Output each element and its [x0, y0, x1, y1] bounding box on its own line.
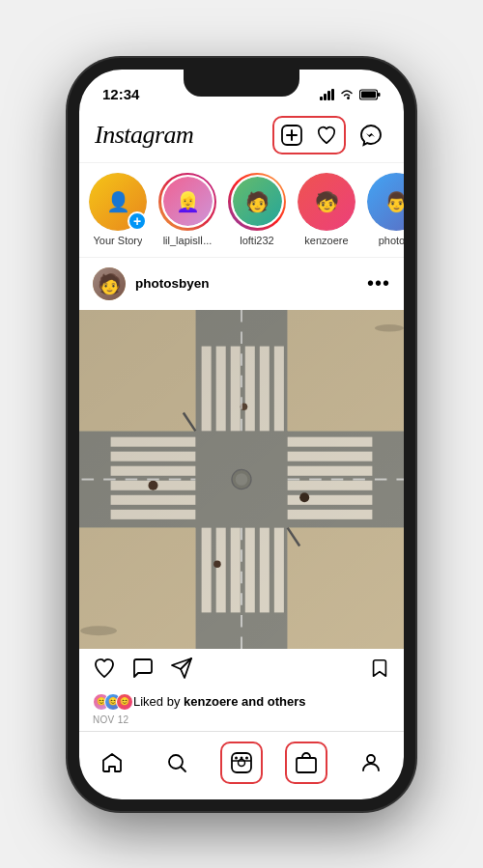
bottom-nav	[79, 731, 404, 799]
liked-by-name[interactable]: kenzoere and others	[184, 694, 305, 709]
svg-point-59	[240, 756, 242, 759]
story-label-your-story: Your Story	[94, 235, 143, 246]
story-avatar-wrap-4: 👨	[367, 173, 404, 231]
likes-button[interactable]	[309, 118, 344, 153]
story-avatar-wrap-3: 🧒	[298, 173, 355, 231]
messenger-button[interactable]	[354, 118, 388, 153]
post-more-button[interactable]: •••	[367, 272, 390, 294]
svg-point-63	[367, 755, 375, 763]
svg-rect-2	[361, 91, 376, 98]
post-image	[79, 310, 404, 649]
likes-avatars: 😊 😊 😊	[93, 693, 128, 711]
svg-marker-53	[79, 310, 404, 649]
instagram-logo: Instagram	[95, 121, 193, 150]
post: 🧑 photosbyen •••	[79, 258, 404, 731]
your-story-avatar-wrap: 👤 +	[89, 173, 147, 231]
nav-profile-button[interactable]	[350, 742, 392, 784]
post-actions	[79, 649, 404, 693]
post-date: NOV 12	[79, 713, 404, 731]
post-user: 🧑 photosbyen	[93, 267, 210, 300]
svg-rect-62	[297, 758, 316, 772]
story-item-lofti232[interactable]: 🧑 lofti232	[228, 173, 286, 247]
story-avatar-inner-2: 🧑	[231, 175, 284, 228]
post-avatar: 🧑	[93, 267, 126, 300]
nav-home-button[interactable]	[91, 742, 133, 784]
app-header: Instagram	[79, 112, 404, 163]
svg-rect-1	[378, 93, 381, 97]
story-avatar-inner-1: 👱‍♀️	[161, 175, 214, 228]
likes-text: Liked by kenzoere and others	[133, 694, 305, 709]
post-actions-left	[93, 657, 193, 686]
battery-icon	[359, 89, 381, 100]
header-icons	[272, 116, 388, 154]
svg-point-60	[245, 756, 248, 759]
story-item-photo[interactable]: 👨 photo...	[367, 173, 404, 247]
story-avatar-wrap-1: 👱‍♀️	[158, 173, 216, 231]
like-button[interactable]	[93, 657, 116, 686]
liked-avatar-3: 😊	[116, 693, 133, 711]
signal-bars	[320, 89, 334, 100]
phone-notch	[184, 70, 299, 97]
post-header: 🧑 photosbyen •••	[79, 258, 404, 310]
stories-row: 👤 + Your Story 👱‍♀️	[79, 163, 404, 258]
story-label-2: lofti232	[240, 235, 273, 246]
svg-line-55	[181, 767, 185, 771]
add-story-button[interactable]: +	[128, 211, 147, 231]
story-item-kenzoere[interactable]: 🧒 kenzoere	[298, 173, 355, 247]
wifi-icon	[339, 89, 355, 100]
share-button[interactable]	[170, 657, 193, 686]
status-time: 12:34	[102, 86, 139, 102]
story-item-lil-lapislazuli[interactable]: 👱‍♀️ lil_lapislا...	[158, 173, 216, 247]
nav-search-button[interactable]	[156, 742, 198, 784]
comment-button[interactable]	[131, 657, 155, 686]
phone-wrapper: 12:34	[0, 0, 483, 868]
add-post-button[interactable]	[274, 118, 309, 153]
bookmark-button[interactable]	[369, 658, 390, 685]
story-label-4: photo...	[379, 235, 404, 246]
story-avatar-4: 👨	[367, 173, 404, 231]
svg-point-58	[235, 756, 238, 759]
story-item-your-story[interactable]: 👤 + Your Story	[89, 173, 147, 247]
nav-reels-button[interactable]	[220, 742, 263, 784]
story-avatar-1: 👱‍♀️	[158, 173, 216, 231]
post-likes: 😊 😊 😊 Liked by kenzoere and others	[79, 693, 404, 713]
story-label-1: lil_lapislا...	[163, 235, 213, 247]
story-label-3: kenzoere	[304, 235, 348, 246]
phone-screen: 12:34	[79, 70, 404, 799]
status-icons	[320, 89, 381, 100]
svg-rect-56	[232, 753, 251, 772]
nav-shop-button[interactable]	[285, 742, 327, 784]
story-avatar-2: 🧑	[228, 173, 286, 231]
phone-body: 12:34	[68, 58, 415, 811]
post-username[interactable]: photosbyen	[135, 276, 210, 291]
story-avatar-wrap-2: 🧑	[228, 173, 286, 231]
story-avatar-3: 🧒	[298, 173, 355, 231]
header-icon-group	[272, 116, 346, 154]
